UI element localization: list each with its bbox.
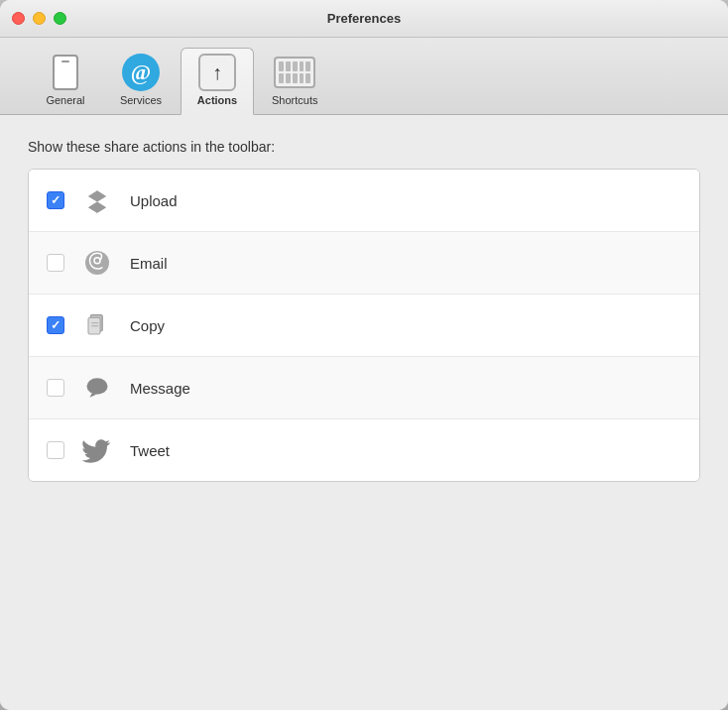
email-checkbox[interactable] [47, 254, 64, 272]
section-title: Show these share actions in the toolbar: [28, 139, 700, 155]
main-content: Show these share actions in the toolbar:… [0, 115, 728, 710]
tweet-checkbox[interactable] [47, 441, 64, 459]
tweet-label: Tweet [130, 442, 170, 459]
actions-icon-wrap: ↑ [195, 55, 239, 90]
list-item: Message [29, 357, 699, 419]
upload-arrow: ↑ [212, 62, 222, 82]
list-item: Email [29, 232, 699, 295]
copy-icon [80, 308, 114, 342]
actions-list: Upload Email [28, 169, 700, 482]
upload-checkbox[interactable] [47, 191, 64, 209]
tab-shortcuts-label: Shortcuts [272, 94, 317, 106]
list-item: Tweet [29, 419, 699, 481]
phone-icon [53, 55, 78, 90]
window-title: Preferences [327, 11, 401, 26]
tab-shortcuts[interactable]: Shortcuts [258, 49, 331, 114]
email-icon [80, 246, 114, 280]
email-label: Email [130, 255, 168, 272]
preferences-window: Preferences General @ Services ↑ Acti [0, 0, 728, 710]
maximize-button[interactable] [54, 12, 66, 25]
list-item: Copy [29, 295, 699, 357]
tab-actions[interactable]: ↑ Actions [181, 48, 254, 115]
svg-point-7 [87, 378, 108, 395]
tab-services-label: Services [120, 94, 162, 106]
tab-general[interactable]: General [30, 49, 101, 114]
minimize-button[interactable] [33, 12, 46, 25]
at-symbol: @ [131, 61, 151, 83]
traffic-lights [12, 12, 66, 25]
share-icon: ↑ [198, 54, 236, 91]
message-icon [80, 371, 114, 405]
svg-point-2 [95, 259, 100, 264]
general-icon-wrap [44, 55, 87, 90]
close-button[interactable] [12, 12, 25, 25]
title-bar: Preferences [0, 0, 728, 38]
tab-actions-label: Actions [197, 94, 237, 106]
services-icon-wrap: @ [119, 55, 163, 90]
upload-label: Upload [130, 192, 178, 209]
message-checkbox[interactable] [47, 379, 64, 397]
keyboard-icon [274, 57, 315, 88]
dropbox-icon [80, 183, 114, 217]
twitter-icon [80, 433, 114, 467]
at-icon: @ [122, 54, 160, 91]
copy-checkbox[interactable] [47, 316, 64, 334]
tab-services[interactable]: @ Services [105, 49, 177, 114]
message-label: Message [130, 380, 190, 397]
toolbar: General @ Services ↑ Actions [0, 38, 728, 115]
copy-label: Copy [130, 317, 165, 334]
shortcuts-icon-wrap [273, 55, 316, 90]
list-item: Upload [29, 170, 699, 232]
tab-general-label: General [46, 94, 84, 106]
